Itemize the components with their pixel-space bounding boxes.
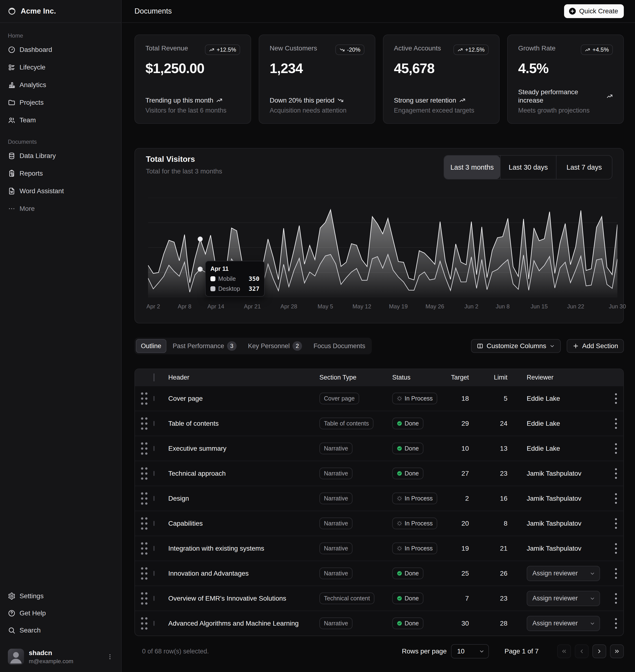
customize-columns-button[interactable]: Customize Columns [471,339,561,353]
sidebar-item-data-library[interactable]: Data Library [8,147,115,165]
drag-handle-icon[interactable] [135,389,154,408]
sidebar-item-get-help[interactable]: Get Help [8,605,115,622]
row-checkbox[interactable] [154,396,154,401]
limit-value[interactable]: 8 [469,520,507,527]
select-all-checkbox[interactable] [154,373,154,381]
row-menu-icon[interactable] [609,516,623,531]
target-value[interactable]: 29 [444,420,469,427]
time-range-toggle: Last 3 monthsLast 30 daysLast 7 days [444,155,612,179]
limit-value[interactable]: 28 [469,620,507,627]
limit-value[interactable]: 5 [469,395,507,402]
next-page-button[interactable] [592,644,606,658]
row-header-title[interactable]: Integration with existing systems [168,545,320,552]
drag-handle-icon[interactable] [135,589,154,608]
row-menu-icon[interactable] [609,616,623,631]
row-checkbox[interactable] [154,471,154,476]
row-header-title[interactable]: Overview of EMR's Innovative Solutions [168,595,320,602]
org-switcher[interactable]: Acme Inc. [0,0,121,23]
drag-handle-icon[interactable] [135,564,154,583]
range-option-last-3-months[interactable]: Last 3 months [444,156,500,179]
target-value[interactable]: 25 [444,570,469,577]
row-header-title[interactable]: Executive summary [168,445,320,452]
sidebar-item-settings[interactable]: Settings [8,587,115,605]
first-page-button[interactable] [557,644,571,658]
tab-key-personnel[interactable]: Key Personnel2 [243,339,307,353]
row-checkbox[interactable] [154,446,154,451]
row-header-title[interactable]: Technical approach [168,470,320,477]
target-value[interactable]: 30 [444,620,469,627]
drag-handle-icon[interactable] [135,414,154,433]
range-option-last-7-days[interactable]: Last 7 days [556,156,612,179]
row-header-title[interactable]: Capabilities [168,520,320,527]
limit-value[interactable]: 23 [469,470,507,477]
row-header-title[interactable]: Innovation and Advantages [168,570,320,577]
sidebar-item-dashboard[interactable]: Dashboard [8,41,115,59]
tab-past-performance[interactable]: Past Performance3 [168,339,242,353]
limit-value[interactable]: 16 [469,495,507,502]
stat-card-footer-line2: Acquisition needs attention [270,107,365,114]
rows-per-page-select[interactable]: 10 [451,644,489,658]
target-value[interactable]: 2 [444,495,469,502]
row-header-title[interactable]: Table of contents [168,420,320,427]
row-checkbox[interactable] [154,496,154,501]
tab-outline[interactable]: Outline [136,339,167,353]
target-value[interactable]: 7 [444,595,469,602]
row-menu-icon[interactable] [609,491,623,506]
assign-reviewer-select[interactable]: Assign reviewer [527,566,600,581]
row-menu-icon[interactable] [609,441,623,456]
limit-value[interactable]: 26 [469,570,507,577]
drag-handle-icon[interactable] [135,464,154,483]
drag-handle-icon[interactable] [135,489,154,508]
drag-handle-icon[interactable] [135,439,154,458]
range-option-last-30-days[interactable]: Last 30 days [500,156,556,179]
row-checkbox[interactable] [154,521,154,526]
row-checkbox[interactable] [154,621,154,626]
tab-focus-documents[interactable]: Focus Documents [308,339,370,353]
limit-value[interactable]: 13 [469,445,507,452]
chevron-down-icon [590,596,595,601]
sidebar-item-lifecycle[interactable]: Lifecycle [8,59,115,76]
user-menu[interactable]: shadcn m@example.com [4,645,117,669]
row-menu-icon[interactable] [609,391,623,406]
target-value[interactable]: 18 [444,395,469,402]
sidebar-item-more[interactable]: More [8,200,115,218]
sidebar-item-word-assistant[interactable]: Word Assistant [8,182,115,200]
limit-value[interactable]: 24 [469,420,507,427]
row-header-title[interactable]: Cover page [168,395,320,402]
drag-handle-icon[interactable] [135,614,154,633]
row-checkbox[interactable] [154,571,154,576]
sidebar-item-projects[interactable]: Projects [8,94,115,111]
drag-handle-icon[interactable] [135,539,154,558]
sidebar-item-analytics[interactable]: Analytics [8,76,115,94]
loader-icon [397,496,402,501]
row-checkbox[interactable] [154,421,154,426]
user-menu-icon[interactable] [107,653,113,660]
row-checkbox[interactable] [154,546,154,551]
sidebar-item-search[interactable]: Search [8,622,115,639]
sidebar-item-team[interactable]: Team [8,111,115,129]
row-menu-icon[interactable] [609,466,623,481]
row-menu-icon[interactable] [609,591,623,606]
row-header-title[interactable]: Design [168,495,320,502]
target-value[interactable]: 10 [444,445,469,452]
target-value[interactable]: 20 [444,520,469,527]
add-section-button[interactable]: Add Section [567,339,624,353]
sidebar-item-reports[interactable]: Reports [8,165,115,182]
limit-value[interactable]: 23 [469,595,507,602]
col-reviewer: Reviewer [507,374,609,381]
table-row: DesignNarrativeIn Process216Jamik Tashpu… [135,486,623,511]
assign-reviewer-select[interactable]: Assign reviewer [527,616,600,631]
quick-create-button[interactable]: Quick Create [564,4,624,18]
last-page-button[interactable] [610,644,624,658]
row-checkbox[interactable] [154,596,154,601]
row-menu-icon[interactable] [609,541,623,556]
prev-page-button[interactable] [575,644,589,658]
limit-value[interactable]: 21 [469,545,507,552]
row-menu-icon[interactable] [609,566,623,581]
row-menu-icon[interactable] [609,416,623,431]
row-header-title[interactable]: Advanced Algorithms and Machine Learning [168,620,320,627]
assign-reviewer-select[interactable]: Assign reviewer [527,591,600,606]
target-value[interactable]: 19 [444,545,469,552]
target-value[interactable]: 27 [444,470,469,477]
drag-handle-icon[interactable] [135,514,154,533]
